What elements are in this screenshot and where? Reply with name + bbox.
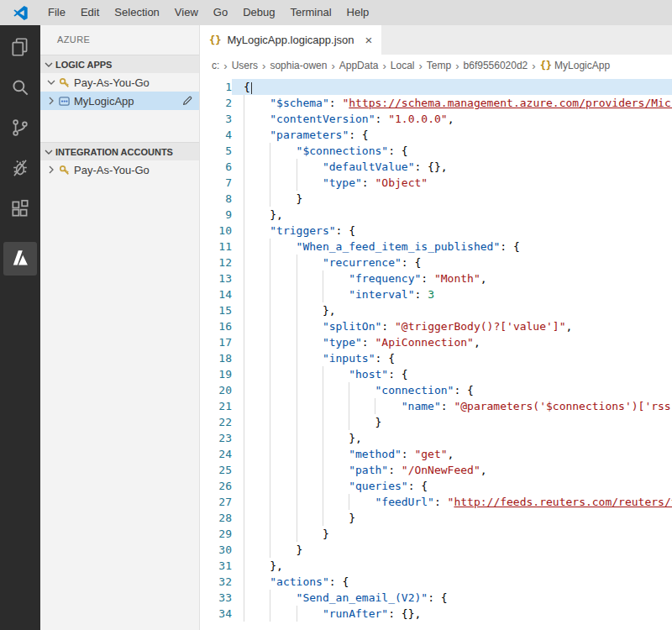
code-line-28[interactable]: 28} (200, 510, 672, 526)
indent-guide (244, 334, 270, 350)
azure-icon[interactable] (0, 239, 40, 279)
code-area[interactable]: 1{2"$schema": "https://schema.management… (200, 76, 672, 622)
line-number: 33 (200, 590, 232, 606)
code-line-15[interactable]: 15}, (200, 302, 672, 318)
code-line-6[interactable]: 6"defaultValue": {}, (200, 159, 672, 175)
code-line-7[interactable]: 7"type": "Object" (200, 175, 672, 191)
line-number: 10 (200, 223, 232, 239)
edit-pencil-icon[interactable] (181, 95, 193, 107)
code-line-34[interactable]: 34"runAfter": {}, (200, 606, 672, 622)
code-line-19[interactable]: 19"host": { (200, 366, 672, 382)
indent-guide (270, 382, 296, 398)
indent-guide (244, 286, 270, 302)
code-line-33[interactable]: 33"Send_an_email_(V2)": { (200, 590, 672, 606)
breadcrumb-item[interactable]: AppData (339, 60, 379, 71)
breadcrumb-item[interactable]: Local (391, 60, 415, 71)
menu-go[interactable]: Go (206, 0, 235, 25)
menu-edit[interactable]: Edit (73, 0, 107, 25)
breadcrumb-item[interactable]: sophia-owen (270, 60, 327, 71)
menu-terminal[interactable]: Terminal (282, 0, 339, 25)
code-line-25[interactable]: 25"path": "/OnNewFeed", (200, 462, 672, 478)
code-line-11[interactable]: 11"When_a_feed_item_is_published": { (200, 239, 672, 255)
code-line-30[interactable]: 30} (200, 542, 672, 558)
code-line-1[interactable]: 1{ (200, 79, 672, 95)
indent-guide (270, 398, 296, 414)
code-line-17[interactable]: 17"type": "ApiConnection", (200, 334, 672, 350)
indent-guide (270, 414, 296, 430)
debug-icon[interactable] (0, 148, 40, 188)
code-line-10[interactable]: 10"triggers": { (200, 223, 672, 239)
code-line-29[interactable]: 29} (200, 526, 672, 542)
code-line-8[interactable]: 8} (200, 191, 672, 207)
menu-view[interactable]: View (167, 0, 206, 25)
close-icon[interactable]: × (365, 33, 373, 47)
menu-file[interactable]: File (40, 0, 73, 25)
code-line-20[interactable]: 20"connection": { (200, 382, 672, 398)
section-integration-accounts[interactable]: INTEGRATION ACCOUNTS (40, 142, 199, 160)
breadcrumb-item[interactable]: b6f9556020d2 (464, 60, 528, 71)
line-content: "feedUrl": "http://feeds.reuters.com/reu… (232, 494, 672, 510)
explorer-icon[interactable] (0, 27, 40, 67)
source-control-icon[interactable] (0, 108, 40, 148)
line-content: "$connections": { (232, 143, 672, 159)
line-number: 2 (200, 95, 232, 111)
code-line-2[interactable]: 2"$schema": "https://schema.management.a… (200, 95, 672, 111)
code-line-26[interactable]: 26"queries": { (200, 478, 672, 494)
code-line-21[interactable]: 21"name": "@parameters('$connections')['… (200, 398, 672, 414)
section-logic-apps[interactable]: LOGIC APPS (40, 55, 199, 73)
indent-guide (244, 510, 270, 526)
line-content: "frequency": "Month", (232, 270, 672, 286)
indent-guide (244, 350, 270, 366)
breadcrumb-item[interactable]: Temp (427, 60, 451, 71)
code-line-32[interactable]: 32"actions": { (200, 574, 672, 590)
tree-item-pay-as-you-go-2[interactable]: Pay-As-You-Go (40, 160, 199, 179)
code-line-4[interactable]: 4"parameters": { (200, 127, 672, 143)
code-line-5[interactable]: 5"$connections": { (200, 143, 672, 159)
tree-item-pay-as-you-go[interactable]: Pay-As-You-Go (40, 73, 199, 92)
tree-item-mylogicapp[interactable]: MyLogicApp (40, 92, 199, 110)
code-line-12[interactable]: 12"recurrence": { (200, 255, 672, 270)
menu-selection[interactable]: Selection (107, 0, 166, 25)
code-line-31[interactable]: 31}, (200, 558, 672, 574)
vscode-logo (0, 6, 40, 20)
indent-guide (244, 542, 270, 558)
indent-guide (244, 398, 270, 414)
indent-guide (297, 175, 323, 191)
chevron-right-icon[interactable] (45, 163, 58, 176)
code-line-16[interactable]: 16"splitOn": "@triggerBody()?['value']", (200, 318, 672, 334)
code-line-23[interactable]: 23}, (200, 430, 672, 446)
tree-item-label: Pay-As-You-Go (74, 164, 150, 176)
indent-guide (270, 430, 296, 446)
search-icon[interactable] (0, 67, 40, 108)
line-content: "defaultValue": {}, (232, 159, 672, 175)
indent-guide (323, 494, 349, 510)
code-line-14[interactable]: 14"interval": 3 (200, 286, 672, 302)
code-line-22[interactable]: 22} (200, 414, 672, 430)
indent-guide (323, 366, 349, 382)
menu-help[interactable]: Help (339, 0, 377, 25)
code-line-27[interactable]: 27"feedUrl": "http://feeds.reuters.com/r… (200, 494, 672, 510)
tab-mylogicapp-json[interactable]: {} MyLogicApp.logicapp.json × (200, 25, 381, 55)
line-content: "splitOn": "@triggerBody()?['value']", (232, 318, 672, 334)
breadcrumb-separator: › (382, 60, 386, 72)
breadcrumb-separator: › (223, 60, 227, 72)
indent-guide (297, 159, 323, 175)
line-content: { (232, 79, 672, 95)
code-line-3[interactable]: 3"contentVersion": "1.0.0.0", (200, 111, 672, 127)
breadcrumb-separator: › (262, 60, 265, 72)
breadcrumb-separator: › (455, 60, 459, 72)
menu-debug[interactable]: Debug (235, 0, 282, 25)
code-line-9[interactable]: 9}, (200, 207, 672, 223)
code-line-24[interactable]: 24"method": "get", (200, 446, 672, 462)
code-line-13[interactable]: 13"frequency": "Month", (200, 270, 672, 286)
breadcrumb-item[interactable]: c: (212, 60, 219, 71)
breadcrumb-item[interactable]: {}MyLogicApp (540, 60, 611, 71)
indent-guide (270, 334, 296, 350)
code-line-18[interactable]: 18"inputs": { (200, 350, 672, 366)
tab-bar: {} MyLogicApp.logicapp.json × (200, 25, 672, 55)
chevron-down-icon[interactable] (45, 76, 58, 89)
chevron-right-icon[interactable] (45, 94, 58, 108)
indent-guide (244, 159, 270, 175)
breadcrumb-item[interactable]: Users (232, 60, 258, 71)
extensions-icon[interactable] (0, 188, 40, 228)
